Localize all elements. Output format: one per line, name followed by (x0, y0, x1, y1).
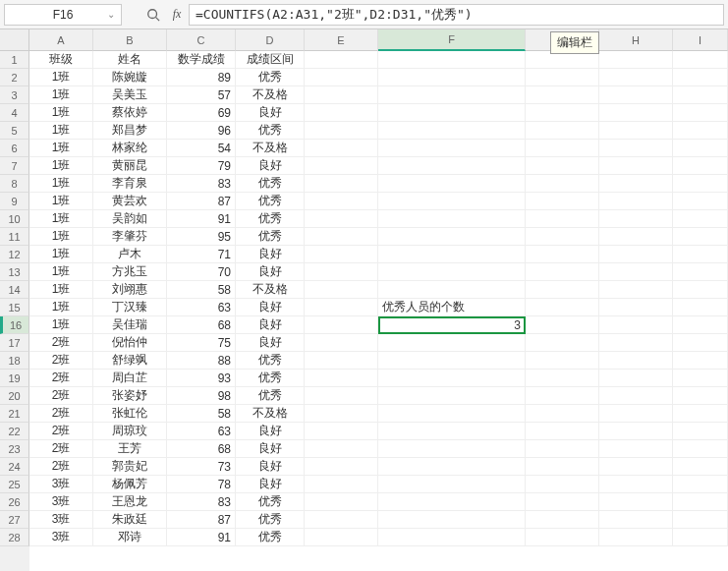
cell-E2[interactable] (305, 69, 378, 86)
cell-G2[interactable] (526, 69, 599, 86)
cell-F8[interactable] (378, 175, 526, 193)
cell-E26[interactable] (305, 493, 378, 511)
cell-B6[interactable]: 林家纶 (93, 140, 167, 157)
cell-F14[interactable] (378, 281, 526, 299)
name-box[interactable]: F16 ⌄ (4, 4, 122, 26)
cell-I22[interactable] (673, 423, 728, 440)
column-header-C[interactable]: C (167, 29, 236, 51)
cell-H17[interactable] (599, 334, 673, 352)
cell-B16[interactable]: 吴佳瑞 (93, 316, 167, 334)
cell-F27[interactable] (378, 511, 526, 529)
cell-C1[interactable]: 数学成绩 (167, 51, 236, 69)
fx-icon[interactable]: fx (165, 4, 189, 26)
row-header-2[interactable]: 2 (0, 69, 29, 86)
cell-I11[interactable] (673, 228, 728, 246)
search-icon[interactable] (141, 4, 165, 26)
cell-C24[interactable]: 73 (167, 458, 236, 476)
cell-F4[interactable] (378, 104, 526, 122)
cell-I23[interactable] (673, 440, 728, 458)
cell-C18[interactable]: 88 (167, 352, 236, 370)
row-header-19[interactable]: 19 (0, 370, 29, 387)
cell-I13[interactable] (673, 263, 728, 281)
row-header-13[interactable]: 13 (0, 263, 29, 281)
cell-F26[interactable] (378, 493, 526, 511)
row-header-20[interactable]: 20 (0, 387, 29, 405)
cell-I4[interactable] (673, 104, 728, 122)
cell-C27[interactable]: 87 (167, 511, 236, 529)
cell-I10[interactable] (673, 210, 728, 228)
cell-G15[interactable] (526, 299, 599, 316)
cell-G10[interactable] (526, 210, 599, 228)
cell-H20[interactable] (599, 387, 673, 405)
cell-B25[interactable]: 杨佩芳 (93, 476, 167, 493)
cell-C10[interactable]: 91 (167, 210, 236, 228)
cell-C20[interactable]: 98 (167, 387, 236, 405)
cell-E10[interactable] (305, 210, 378, 228)
row-header-27[interactable]: 27 (0, 511, 29, 529)
cell-A19[interactable]: 2班 (29, 370, 93, 387)
cell-C25[interactable]: 78 (167, 476, 236, 493)
cell-G22[interactable] (526, 423, 599, 440)
row-header-16[interactable]: 16 (0, 316, 29, 334)
cell-G23[interactable] (526, 440, 599, 458)
row-header-3[interactable]: 3 (0, 86, 29, 104)
cell-E12[interactable] (305, 246, 378, 263)
formula-input[interactable]: =COUNTIFS(A2:A31,"2班",D2:D31,"优秀") (189, 4, 724, 26)
cell-I2[interactable] (673, 69, 728, 86)
cell-D1[interactable]: 成绩区间 (236, 51, 305, 69)
cell-A27[interactable]: 3班 (29, 511, 93, 529)
cell-E22[interactable] (305, 423, 378, 440)
cell-H13[interactable] (599, 263, 673, 281)
column-header-B[interactable]: B (93, 29, 167, 51)
cell-E17[interactable] (305, 334, 378, 352)
cell-B14[interactable]: 刘翊惠 (93, 281, 167, 299)
cell-A25[interactable]: 3班 (29, 476, 93, 493)
cell-F13[interactable] (378, 263, 526, 281)
cell-F17[interactable] (378, 334, 526, 352)
cell-A9[interactable]: 1班 (29, 193, 93, 210)
cell-F10[interactable] (378, 210, 526, 228)
row-header-7[interactable]: 7 (0, 157, 29, 175)
cell-H27[interactable] (599, 511, 673, 529)
cell-A13[interactable]: 1班 (29, 263, 93, 281)
cell-C28[interactable]: 91 (167, 529, 236, 546)
cell-B18[interactable]: 舒绿飒 (93, 352, 167, 370)
cell-F11[interactable] (378, 228, 526, 246)
cell-H22[interactable] (599, 423, 673, 440)
cell-A1[interactable]: 班级 (29, 51, 93, 69)
row-header-23[interactable]: 23 (0, 440, 29, 458)
cell-H8[interactable] (599, 175, 673, 193)
cell-F2[interactable] (378, 69, 526, 86)
cell-C6[interactable]: 54 (167, 140, 236, 157)
cell-A4[interactable]: 1班 (29, 104, 93, 122)
cell-A10[interactable]: 1班 (29, 210, 93, 228)
cell-D20[interactable]: 优秀 (236, 387, 305, 405)
cell-B17[interactable]: 倪怡仲 (93, 334, 167, 352)
cell-F16[interactable]: 3 (378, 316, 526, 334)
cell-B9[interactable]: 黄芸欢 (93, 193, 167, 210)
cell-I25[interactable] (673, 476, 728, 493)
cell-D19[interactable]: 优秀 (236, 370, 305, 387)
row-header-12[interactable]: 12 (0, 246, 29, 263)
cell-E20[interactable] (305, 387, 378, 405)
cell-D25[interactable]: 良好 (236, 476, 305, 493)
cell-I1[interactable] (673, 51, 728, 69)
cell-C8[interactable]: 83 (167, 175, 236, 193)
cell-C7[interactable]: 79 (167, 157, 236, 175)
cell-F24[interactable] (378, 458, 526, 476)
cell-D23[interactable]: 良好 (236, 440, 305, 458)
column-header-D[interactable]: D (236, 29, 305, 51)
cell-A20[interactable]: 2班 (29, 387, 93, 405)
grid-cells[interactable]: 班级姓名数学成绩成绩区间1班陈婉嫙89优秀1班吴美玉57不及格1班蔡依婷69良好… (29, 51, 728, 546)
cell-C22[interactable]: 63 (167, 423, 236, 440)
cell-F3[interactable] (378, 86, 526, 104)
cell-I14[interactable] (673, 281, 728, 299)
cell-I8[interactable] (673, 175, 728, 193)
cell-H21[interactable] (599, 405, 673, 423)
cell-H12[interactable] (599, 246, 673, 263)
cell-I24[interactable] (673, 458, 728, 476)
cell-F1[interactable] (378, 51, 526, 69)
row-header-5[interactable]: 5 (0, 122, 29, 140)
cell-F9[interactable] (378, 193, 526, 210)
cell-B24[interactable]: 郭贵妃 (93, 458, 167, 476)
